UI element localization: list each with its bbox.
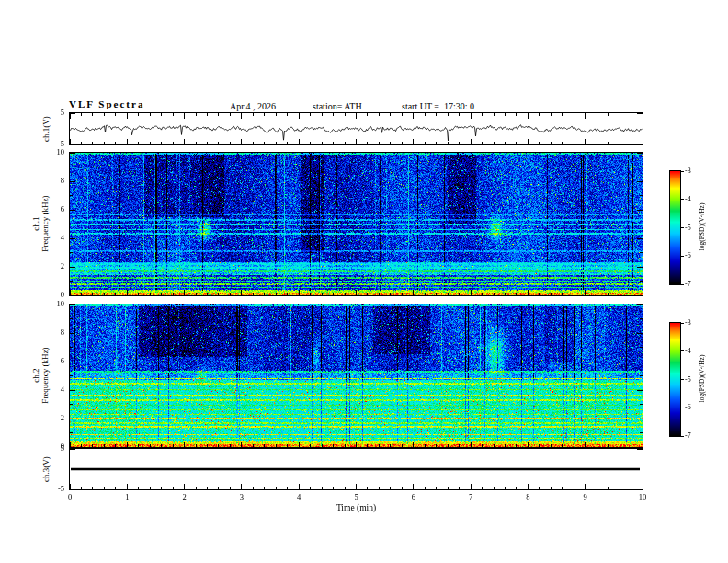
- axis-tick: [637, 304, 643, 305]
- axis-tick: [640, 318, 643, 319]
- axis-tick: [127, 442, 128, 447]
- axis-tick: [494, 487, 495, 489]
- axis-tick: [390, 113, 391, 116]
- vlf-spectra-figure: VLF Spectra Apr.4 , 2026 station= ATH st…: [0, 0, 728, 563]
- axis-tick: [574, 293, 574, 295]
- axis-tick: [241, 139, 242, 144]
- colorbar-tick-label: -5: [685, 375, 691, 384]
- colorbar-tick: [681, 256, 684, 257]
- axis-tick: [115, 444, 116, 447]
- axis-tick: [81, 142, 82, 144]
- axis-tick: [356, 290, 357, 295]
- axis-tick: [436, 142, 437, 144]
- axis-tick: [70, 252, 73, 253]
- axis-tick: [218, 444, 219, 447]
- axis-tick: [70, 195, 73, 196]
- ch1-spectrogram-panel: [69, 152, 643, 296]
- colorbar-tick: [681, 408, 684, 408]
- axis-tick: [448, 444, 449, 447]
- axis-tick: [390, 142, 391, 144]
- axis-tick: [333, 487, 334, 489]
- axis-tick: [70, 419, 75, 419]
- axis-tick: [299, 290, 300, 295]
- axis-tick: [104, 142, 105, 144]
- axis-tick: [70, 113, 71, 119]
- axis-tick: [448, 487, 449, 489]
- axis-tick: [459, 142, 460, 144]
- axis-tick: [196, 142, 197, 144]
- axis-tick: [138, 142, 139, 144]
- axis-tick: [494, 293, 495, 295]
- axis-tick: [253, 444, 254, 447]
- axis-tick: [574, 142, 574, 144]
- axis-tick: [104, 444, 105, 447]
- axis-tick: [264, 113, 265, 116]
- axis-tick: [640, 252, 643, 253]
- axis-tick: [562, 444, 563, 447]
- axis-tick: [264, 487, 265, 489]
- axis-tick: [322, 487, 323, 489]
- axis-tick: [161, 444, 162, 447]
- axis-tick: [505, 444, 506, 447]
- axis-tick: [230, 142, 231, 144]
- axis-tick: [230, 487, 231, 489]
- axis-tick: [631, 293, 631, 295]
- axis-tick: [402, 487, 403, 489]
- axis-tick: [207, 293, 208, 295]
- axis-tick: [516, 444, 517, 447]
- y-tick-label: 8: [45, 328, 64, 337]
- axis-tick: [92, 293, 93, 295]
- axis-tick: [585, 290, 586, 295]
- axis-tick: [161, 293, 162, 295]
- axis-tick: [436, 293, 437, 295]
- axis-tick: [402, 142, 403, 144]
- axis-tick: [173, 487, 174, 489]
- axis-tick: [127, 290, 128, 295]
- axis-tick: [471, 113, 472, 119]
- axis-tick: [173, 142, 174, 144]
- axis-tick: [184, 290, 185, 295]
- ch1-spectrogram-canvas: [70, 153, 643, 295]
- axis-tick: [562, 293, 563, 295]
- axis-tick: [287, 142, 288, 144]
- axis-tick: [471, 290, 472, 295]
- axis-tick: [70, 224, 73, 224]
- axis-tick: [70, 347, 73, 348]
- axis-tick: [322, 142, 323, 144]
- start-ut-text: start UT = 17:30: 0: [402, 101, 474, 111]
- axis-tick: [459, 293, 460, 295]
- axis-tick: [287, 444, 288, 447]
- axis-tick: [640, 281, 643, 282]
- colorbar-tick: [681, 379, 684, 380]
- axis-tick: [425, 113, 426, 116]
- axis-tick: [173, 293, 174, 295]
- axis-tick: [218, 293, 219, 295]
- x-tick-label: 9: [578, 493, 593, 501]
- axis-tick: [310, 113, 311, 116]
- ch1-colorbar-canvas: [670, 171, 680, 284]
- x-tick-label: 8: [520, 493, 535, 501]
- axis-tick: [413, 139, 414, 144]
- axis-tick: [161, 142, 162, 144]
- axis-tick: [482, 487, 483, 489]
- axis-tick: [299, 113, 300, 119]
- axis-tick: [637, 267, 643, 268]
- ch1-waveform-panel: [69, 112, 643, 145]
- axis-tick: [150, 487, 151, 489]
- y-tick-label: 8: [45, 177, 64, 185]
- axis-tick: [173, 113, 174, 116]
- axis-tick: [253, 487, 254, 489]
- axis-tick: [196, 293, 197, 295]
- axis-tick: [230, 113, 231, 116]
- axis-tick: [448, 293, 449, 295]
- axis-tick: [287, 293, 288, 295]
- y-tick-label: 0: [45, 291, 64, 299]
- axis-tick: [637, 362, 643, 362]
- axis-tick: [104, 113, 105, 116]
- axis-tick: [528, 442, 529, 447]
- axis-tick: [367, 487, 368, 489]
- axis-tick: [637, 489, 643, 490]
- axis-tick: [425, 444, 426, 447]
- axis-tick: [104, 487, 105, 489]
- axis-tick: [138, 293, 139, 295]
